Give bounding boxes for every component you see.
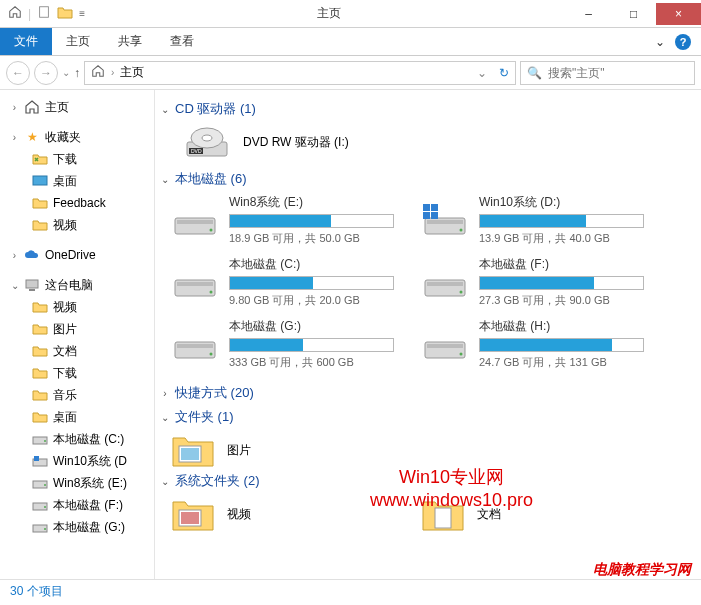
drive-item-dvd[interactable]: DVD DVD RW 驱动器 (I:) <box>183 124 691 160</box>
chevron-down-icon[interactable]: ⌄ <box>159 104 171 115</box>
sidebar-label: 桌面 <box>53 409 77 426</box>
folder-label: 图片 <box>227 442 251 459</box>
svg-rect-39 <box>427 344 463 348</box>
forward-button[interactable]: → <box>34 61 58 85</box>
sidebar-favorites[interactable]: › ★ 收藏夹 <box>0 126 154 148</box>
sidebar-label: 本地磁盘 (F:) <box>53 497 123 514</box>
svg-rect-42 <box>181 448 199 460</box>
section-title: 快捷方式 (20) <box>175 384 254 402</box>
sidebar-item[interactable]: 图片 <box>0 318 154 340</box>
close-button[interactable]: × <box>656 3 701 25</box>
sidebar-item[interactable]: 本地磁盘 (F:) <box>0 494 154 516</box>
drive-name: 本地磁盘 (F:) <box>479 256 671 273</box>
sidebar-thispc[interactable]: ⌄ 这台电脑 <box>0 274 154 296</box>
drive-item[interactable]: Win10系统 (D:) 13.9 GB 可用，共 40.0 GB <box>421 194 671 246</box>
tab-share[interactable]: 共享 <box>104 28 156 55</box>
tab-file[interactable]: 文件 <box>0 28 52 55</box>
sidebar-home[interactable]: › 主页 <box>0 96 154 118</box>
svg-point-11 <box>44 506 46 508</box>
separator-icon: | <box>28 7 31 21</box>
svg-point-16 <box>202 135 212 141</box>
chevron-right-icon[interactable]: › <box>10 133 19 142</box>
sidebar-item[interactable]: 桌面 <box>0 170 154 192</box>
path-home-icon <box>91 64 105 81</box>
sidebar-item[interactable]: Feedback <box>0 192 154 214</box>
sidebar-label: Win10系统 (D <box>53 453 127 470</box>
chevron-down-icon[interactable]: ⌄ <box>159 412 171 423</box>
sidebar-item[interactable]: 视频 <box>0 214 154 236</box>
drive-stats: 9.80 GB 可用，共 20.0 GB <box>229 293 421 308</box>
chevron-right-icon[interactable]: › <box>10 251 19 260</box>
svg-rect-27 <box>423 212 430 219</box>
path-dropdown-icon[interactable]: ⌄ <box>477 66 493 80</box>
drive-item[interactable]: 本地磁盘 (H:) 24.7 GB 可用，共 131 GB <box>421 318 671 370</box>
drive-item[interactable]: Win8系统 (E:) 18.9 GB 可用，共 50.0 GB <box>171 194 421 246</box>
chevron-down-icon[interactable]: ⌄ <box>159 174 171 185</box>
chevron-right-icon[interactable]: › <box>159 388 171 399</box>
drive-item[interactable]: 本地磁盘 (G:) 333 GB 可用，共 600 GB <box>171 318 421 370</box>
drive-stats: 13.9 GB 可用，共 40.0 GB <box>479 231 671 246</box>
sidebar-item[interactable]: 视频 <box>0 296 154 318</box>
home-icon <box>24 99 40 115</box>
chevron-right-icon[interactable]: › <box>10 103 19 112</box>
pictures-folder-icon <box>171 432 215 468</box>
drive-stats: 24.7 GB 可用，共 131 GB <box>479 355 671 370</box>
sidebar-item[interactable]: Win10系统 (D <box>0 450 154 472</box>
drive-item[interactable]: 本地磁盘 (F:) 27.3 GB 可用，共 90.0 GB <box>421 256 671 308</box>
chevron-down-icon[interactable]: ⌄ <box>159 476 171 487</box>
sidebar-item[interactable]: Win8系统 (E:) <box>0 472 154 494</box>
refresh-icon[interactable]: ↻ <box>499 66 509 80</box>
svg-rect-2 <box>26 280 38 288</box>
overflow-icon[interactable]: ≡ <box>79 8 85 19</box>
back-button[interactable]: ← <box>6 61 30 85</box>
folder-icon <box>32 387 48 403</box>
home-icon[interactable] <box>8 5 22 22</box>
help-icon[interactable]: ? <box>675 34 691 50</box>
sidebar-onedrive[interactable]: › OneDrive <box>0 244 154 266</box>
search-input[interactable] <box>548 66 698 80</box>
tab-home[interactable]: 主页 <box>52 28 104 55</box>
folder-icon[interactable] <box>57 5 73 22</box>
ribbon-expand-icon[interactable]: ⌄ <box>655 35 665 49</box>
tab-view[interactable]: 查看 <box>156 28 208 55</box>
sidebar-item[interactable]: 文档 <box>0 340 154 362</box>
section-header-cd[interactable]: ⌄ CD 驱动器 (1) <box>159 100 691 118</box>
sidebar-item[interactable]: 桌面 <box>0 406 154 428</box>
drive-capacity-bar <box>229 276 394 290</box>
recent-dropdown-icon[interactable]: ⌄ <box>62 67 70 78</box>
folder-item[interactable]: 图片 <box>171 432 421 468</box>
drive-stats: 333 GB 可用，共 600 GB <box>229 355 421 370</box>
search-box[interactable]: 🔍 <box>520 61 695 85</box>
up-button[interactable]: ↑ <box>74 66 80 80</box>
path-segment[interactable]: 主页 <box>120 64 144 81</box>
drive-name: 本地磁盘 (G:) <box>229 318 421 335</box>
svg-rect-33 <box>427 282 463 286</box>
sidebar-label: 收藏夹 <box>45 129 81 146</box>
sidebar-item[interactable]: 本地磁盘 (G:) <box>0 516 154 538</box>
section-header-shortcuts[interactable]: › 快捷方式 (20) <box>159 384 691 402</box>
svg-point-5 <box>44 440 46 442</box>
chevron-down-icon[interactable]: ⌄ <box>10 281 19 290</box>
section-header-disks[interactable]: ⌄ 本地磁盘 (6) <box>159 170 691 188</box>
sidebar-item[interactable]: 音乐 <box>0 384 154 406</box>
search-icon: 🔍 <box>527 66 542 80</box>
chevron-right-icon: › <box>111 67 114 78</box>
section-title: 文件夹 (1) <box>175 408 234 426</box>
maximize-button[interactable]: □ <box>611 3 656 25</box>
svg-point-9 <box>44 484 46 486</box>
sidebar-item[interactable]: 下载 <box>0 148 154 170</box>
drive-capacity-bar <box>479 214 644 228</box>
file-icon[interactable] <box>37 5 51 22</box>
quick-access-toolbar: | ≡ <box>0 5 93 22</box>
section-header-folders[interactable]: ⌄ 文件夹 (1) <box>159 408 691 426</box>
sidebar-label: 这台电脑 <box>45 277 93 294</box>
drive-name: Win10系统 (D:) <box>479 194 671 211</box>
sidebar-item[interactable]: 本地磁盘 (C:) <box>0 428 154 450</box>
path-box[interactable]: › 主页 ⌄ ↻ <box>84 61 516 85</box>
drive-name: Win8系统 (E:) <box>229 194 421 211</box>
minimize-button[interactable]: – <box>566 3 611 25</box>
drive-item[interactable]: 本地磁盘 (C:) 9.80 GB 可用，共 20.0 GB <box>171 256 421 308</box>
folder-icon <box>32 151 48 167</box>
desktop-icon <box>32 173 48 189</box>
sidebar-item[interactable]: 下载 <box>0 362 154 384</box>
